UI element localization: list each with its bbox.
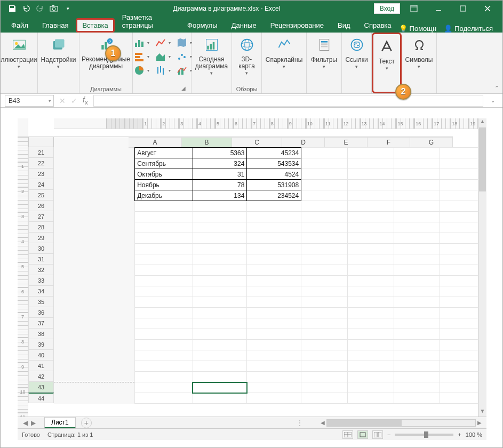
undo-icon[interactable] <box>22 4 30 13</box>
sparklines-button[interactable]: Спарклайны <box>265 35 304 70</box>
formula-input[interactable] <box>93 95 483 107</box>
row-header[interactable]: 35 <box>28 297 54 307</box>
zoom-in-button[interactable]: + <box>458 431 461 438</box>
row-header[interactable]: 38 <box>28 329 54 339</box>
close-icon[interactable] <box>477 1 498 17</box>
row-header[interactable]: 34 <box>28 286 54 297</box>
page-layout-view-button[interactable] <box>357 430 368 439</box>
row-header[interactable]: 24 <box>28 179 54 190</box>
maximize-icon[interactable] <box>452 1 474 17</box>
collapse-ribbon-icon[interactable]: ⌃ <box>494 85 499 92</box>
vscroll-thumb[interactable] <box>479 127 486 191</box>
row-header[interactable]: 22 <box>28 158 54 169</box>
svg-point-24 <box>181 54 183 56</box>
login-button[interactable]: Вход <box>374 3 400 14</box>
row-header[interactable]: 31 <box>28 254 54 265</box>
horizontal-scrollbar[interactable] <box>326 419 476 427</box>
ribbon-display-icon[interactable] <box>403 1 425 17</box>
row-header[interactable]: 41 <box>28 361 54 371</box>
addins-button[interactable]: Надстройки <box>40 35 77 70</box>
bar-chart-button[interactable]: ▾ <box>132 51 149 62</box>
zoom-level[interactable]: 100 % <box>466 431 482 438</box>
tab-view[interactable]: Вид <box>331 18 357 33</box>
scroll-up-icon[interactable]: ▲ <box>478 118 486 127</box>
column-headers[interactable]: ABCDEFG <box>54 137 453 147</box>
tell-me-button[interactable]: 💡Помощн <box>399 25 437 33</box>
scroll-right-icon[interactable]: ▶ <box>476 420 483 426</box>
column-chart-button[interactable]: ▾ <box>132 37 149 49</box>
fx-icon[interactable]: fx <box>83 95 88 106</box>
enter-formula-icon[interactable]: ✓ <box>71 97 77 105</box>
tab-page-layout[interactable]: Разметка страницы <box>116 10 180 33</box>
cells-region[interactable]: Август536345234Сентябрь324543534Октябрь3… <box>54 147 486 417</box>
row-header[interactable]: 27 <box>28 211 54 222</box>
tab-review[interactable]: Рецензирование <box>264 18 330 33</box>
row-header[interactable]: 37 <box>28 318 54 329</box>
row-header[interactable]: 33 <box>28 275 54 286</box>
hscroll-thumb[interactable] <box>327 420 402 426</box>
horizontal-ruler: 12345678910111213141516171819 <box>54 118 486 129</box>
svg-point-23 <box>178 58 180 60</box>
row-header[interactable]: 30 <box>28 243 54 254</box>
zoom-out-button[interactable]: − <box>387 431 390 438</box>
row-header[interactable]: 25 <box>28 190 54 201</box>
row-header[interactable]: 44 <box>28 393 54 403</box>
symbols-button[interactable]: Символы <box>404 35 434 70</box>
normal-view-button[interactable] <box>342 430 353 439</box>
scroll-down-icon[interactable]: ▼ <box>478 408 486 417</box>
row-header[interactable]: 39 <box>28 339 54 350</box>
tab-help[interactable]: Справка <box>358 18 398 33</box>
sheet-nav-prev-icon[interactable]: ◀ <box>23 419 28 427</box>
tab-split-handle[interactable]: ⋮ <box>297 419 303 427</box>
illustrations-button[interactable]: ллюстрации <box>0 35 38 70</box>
tab-home[interactable]: Главная <box>36 18 75 33</box>
sheet-grid[interactable]: 12345678910111213141516171819 ABCDEFG 21… <box>28 118 486 417</box>
combo-chart-button[interactable]: ▾ <box>175 65 192 76</box>
page-break-view-button[interactable] <box>372 430 383 439</box>
camera-icon[interactable] <box>50 4 58 13</box>
charts-dialog-launcher-icon[interactable]: ◢ <box>181 85 188 92</box>
area-chart-button[interactable]: ▾ <box>154 51 171 62</box>
sheet-nav-next-icon[interactable]: ▶ <box>31 419 36 427</box>
name-box[interactable]: B43 <box>5 95 54 107</box>
add-sheet-button[interactable]: + <box>81 418 92 428</box>
qat-customize-icon[interactable]: ▾ <box>63 4 72 13</box>
expand-formula-bar-icon[interactable]: ⌄ <box>489 98 497 103</box>
redo-icon[interactable] <box>36 4 44 13</box>
tab-data[interactable]: Данные <box>225 18 263 33</box>
row-header[interactable]: 29 <box>28 233 54 243</box>
row-header[interactable]: 26 <box>28 201 54 211</box>
3d-map-button[interactable]: 3D-карта <box>236 35 257 77</box>
save-icon[interactable] <box>8 4 17 13</box>
row-headers[interactable]: 2122232425262728293031323334353637383940… <box>28 147 54 403</box>
tab-insert[interactable]: Вставка <box>76 18 114 33</box>
tab-formulas[interactable]: Формулы <box>181 18 224 33</box>
row-header[interactable]: 21 <box>28 147 54 158</box>
scatter-chart-button[interactable]: ▾ <box>175 51 192 62</box>
select-all-button[interactable] <box>28 137 54 147</box>
row-header[interactable]: 32 <box>28 265 54 275</box>
row-header[interactable]: 28 <box>28 222 54 233</box>
text-button[interactable]: Текст <box>377 36 397 72</box>
pivot-chart-button[interactable]: Сводная диаграмма <box>194 35 229 77</box>
line-chart-button[interactable]: ▾ <box>154 37 171 49</box>
links-button[interactable]: Ссылки <box>344 35 369 70</box>
row-header[interactable]: 42 <box>28 371 54 382</box>
row-header[interactable]: 23 <box>28 169 54 179</box>
row-header[interactable]: 40 <box>28 350 54 361</box>
zoom-slider[interactable] <box>395 434 453 436</box>
row-header[interactable]: 36 <box>28 307 54 318</box>
scroll-left-icon[interactable]: ◀ <box>319 420 326 426</box>
pie-chart-button[interactable]: ▾ <box>132 65 149 76</box>
cancel-formula-icon[interactable]: ✕ <box>59 97 66 105</box>
minimize-icon[interactable] <box>428 1 449 17</box>
map-chart-button[interactable]: ▾ <box>175 37 192 49</box>
filters-button[interactable]: Фильтры <box>310 35 338 70</box>
row-header[interactable]: 43 <box>28 382 54 393</box>
share-button[interactable]: 👤Поделиться <box>444 25 493 33</box>
tab-file[interactable]: Файл <box>5 18 35 33</box>
vertical-scrollbar[interactable]: ▲ ▼ <box>478 118 486 417</box>
pivot-chart-icon <box>203 36 221 54</box>
sheet-tab-1[interactable]: Лист1 <box>44 417 76 428</box>
stock-chart-button[interactable]: ▾ <box>154 65 171 76</box>
